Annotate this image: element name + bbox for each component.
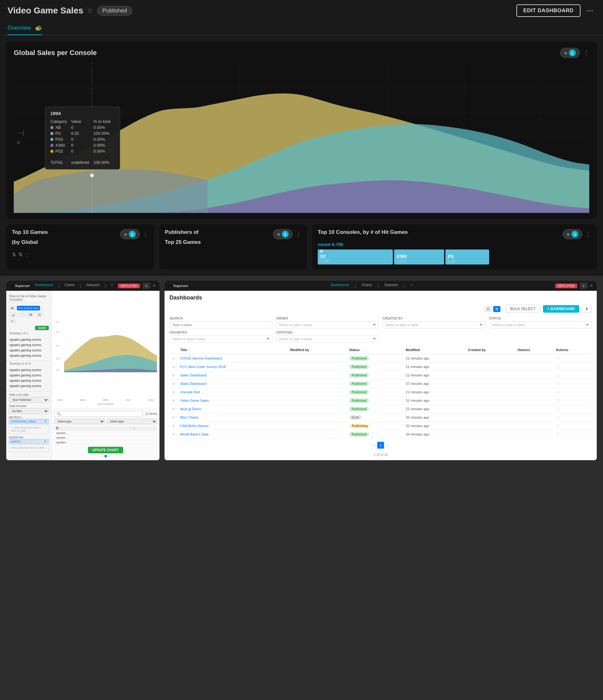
col-header-1[interactable]: ☰ ↕	[54, 426, 131, 431]
dashboard-title-cell[interactable]: World Bank's Data	[178, 430, 288, 439]
dashboard-title-cell[interactable]: COVID Vaccine Dashboard	[178, 354, 288, 362]
dataset-item[interactable]: vgsales gaming scores	[6, 353, 51, 358]
col-modifiedby-header[interactable]: Modified by ↕	[288, 346, 347, 354]
owner-filter-select[interactable]: Select or type a value	[276, 321, 379, 328]
dataset-item[interactable]: vgsales gaming scores	[6, 378, 51, 383]
star-cell[interactable]: ☆	[170, 379, 178, 388]
chart-more-button[interactable]: ⋮	[583, 49, 589, 56]
page-dot-1[interactable]	[104, 455, 107, 457]
toolbar-chart-type-btn[interactable]: 📊	[9, 312, 17, 317]
grid-view-btn[interactable]: ⊞	[493, 306, 500, 312]
select-type-1[interactable]: Select type	[54, 419, 105, 424]
star-cell[interactable]: ☆	[170, 430, 178, 439]
edit-dashboard-button[interactable]: EDIT DASHBOARD	[516, 4, 580, 17]
filter-badge[interactable]: ≡ 1	[560, 48, 580, 58]
editor-plus-button[interactable]: +	[143, 283, 150, 289]
toolbar-run-btn[interactable]: Run Chart & Save	[17, 306, 40, 310]
dashboard-title-cell[interactable]: Sales Dashboard	[178, 371, 288, 379]
editor-nav-datasets[interactable]: Datasets	[86, 283, 99, 289]
dashboard-title-cell[interactable]: USA Births Names	[178, 422, 288, 430]
expand-icon[interactable]: →|	[17, 130, 24, 136]
created-by-filter-select[interactable]: Select or type a value	[383, 321, 485, 328]
star-cell[interactable]: ☆	[170, 413, 178, 422]
toolbar-4x-btn[interactable]: 4x	[27, 312, 35, 317]
toolbar-undo-btn[interactable]: ↩	[9, 319, 16, 324]
dashboard-title-cell[interactable]: FCC New Coder Survey 2018	[178, 362, 288, 371]
pagination-page-1[interactable]: 1	[377, 442, 384, 449]
dl-nav-charts[interactable]: Charts	[362, 283, 372, 289]
time-column-select[interactable]: Year Published	[9, 397, 49, 403]
editor-nav-dashboards[interactable]: Dashboards	[35, 283, 53, 289]
publishers-filter[interactable]: ≡ 2	[273, 229, 293, 239]
dl-nav-dashboards[interactable]: Dashboards	[331, 283, 349, 289]
dashboard-title-cell[interactable]: Misc Charts	[178, 413, 288, 422]
col-modified-header[interactable]: Modified ↕	[403, 346, 465, 354]
groupby-drop-zone[interactable]: Drop columns here or click	[9, 445, 49, 452]
editor-nav-more[interactable]: +	[111, 283, 113, 289]
sort-desc-icon[interactable]: ⇅	[19, 252, 23, 258]
dl-nav-more[interactable]: +	[411, 283, 412, 289]
page-next[interactable]: ›	[109, 455, 110, 458]
dataset-item[interactable]: vgsales gaming scores	[6, 383, 51, 389]
editor-search-input[interactable]	[54, 411, 143, 417]
more-options-button[interactable]: ⋯	[584, 5, 596, 16]
top10-filter[interactable]: ≡ 2	[120, 229, 140, 239]
dl-nav-datasets[interactable]: Datasets	[384, 283, 398, 289]
filter-icon-left[interactable]: ≡	[17, 140, 24, 146]
toolbar-more-btn[interactable]: ⋮	[18, 312, 26, 317]
search-filter-input[interactable]	[170, 321, 272, 328]
star-icon[interactable]: ☆	[87, 6, 93, 15]
hit-games-more[interactable]: ⋮	[585, 230, 591, 238]
sort-asc-icon[interactable]: ⇅	[12, 252, 16, 258]
editor-close-button[interactable]: ✕	[153, 283, 156, 288]
star-cell[interactable]: ☆	[170, 405, 178, 413]
remove-groupby-icon[interactable]: ✕	[44, 440, 47, 443]
editor-nav-charts[interactable]: Charts	[65, 283, 75, 289]
dataset-item[interactable]: vgsales gaming scores	[6, 342, 51, 348]
star-cell[interactable]: ☆	[170, 362, 178, 371]
editor-save-button[interactable]: SAVE	[35, 326, 49, 330]
col-status-header[interactable]: Status ↕	[346, 346, 403, 354]
favorites-filter-select[interactable]: Select or type a value	[170, 335, 272, 342]
status-filter-select[interactable]: Select or type a value	[489, 321, 592, 328]
bulk-select-button[interactable]: BULK SELECT	[505, 305, 540, 313]
page-prev[interactable]: ‹	[102, 455, 103, 458]
header-left: Video Game Sales ☆ Published	[7, 6, 132, 16]
dataset-item[interactable]: vgsales gaming scores	[6, 373, 51, 378]
remove-metrics-icon[interactable]: ✕	[44, 420, 47, 423]
toolbar-grid-btn[interactable]: ⊞	[9, 305, 16, 311]
dl-close-button[interactable]: ✕	[590, 283, 593, 288]
select-type-2[interactable]: Select type	[107, 419, 157, 424]
dl-plus-button[interactable]: +	[580, 283, 587, 289]
star-cell[interactable]: ☆	[170, 354, 178, 362]
dashboard-title-cell[interactable]: Unicode Test	[178, 388, 288, 396]
certified-filter-select[interactable]: Select or type a value	[276, 335, 379, 342]
owners-cell	[515, 422, 554, 430]
publishers-more[interactable]: ⋮	[295, 230, 302, 238]
pagination-prev[interactable]: ‹	[373, 443, 375, 448]
dataset-item[interactable]: vgsales gaming scores	[6, 337, 51, 342]
star-cell[interactable]: ☆	[170, 396, 178, 405]
star-cell[interactable]: ☆	[170, 371, 178, 379]
export-button[interactable]: ⬇	[582, 305, 592, 313]
top10-config[interactable]: ⋮	[25, 252, 29, 258]
dataset-item[interactable]: vgsales gaming scores	[6, 348, 51, 353]
dataset-item[interactable]: vgsales gaming scores	[6, 367, 51, 373]
star-cell[interactable]: ☆	[170, 422, 178, 430]
list-view-btn[interactable]: ☰	[484, 306, 492, 312]
col-title-header[interactable]: Title ↕	[178, 346, 288, 354]
pagination-next[interactable]: ›	[387, 443, 388, 448]
tab-overview[interactable]: Overview 🐢	[7, 21, 42, 35]
star-cell[interactable]: ☆	[170, 388, 178, 396]
hit-games-filter[interactable]: ≡ 1	[563, 229, 582, 239]
top10-more[interactable]: ⋮	[142, 230, 149, 238]
metrics-drop-zone[interactable]: + Drop columns/metrics here or click	[9, 425, 49, 434]
time-range-select[interactable]: No filter	[9, 408, 49, 414]
dashboard-title-cell[interactable]: Slack Dashboard	[178, 379, 288, 388]
update-chart-button[interactable]: UPDATE CHART	[88, 447, 123, 453]
add-dashboard-button[interactable]: + DASHBOARD	[543, 305, 579, 312]
dashboard-title-cell[interactable]: deck.gl Demo	[178, 405, 288, 413]
toolbar-grid2-btn[interactable]: ⊡	[36, 312, 43, 317]
col-header-2[interactable]: ↕	[131, 426, 157, 431]
dashboard-title-cell[interactable]: Video Game Sales	[178, 396, 288, 405]
